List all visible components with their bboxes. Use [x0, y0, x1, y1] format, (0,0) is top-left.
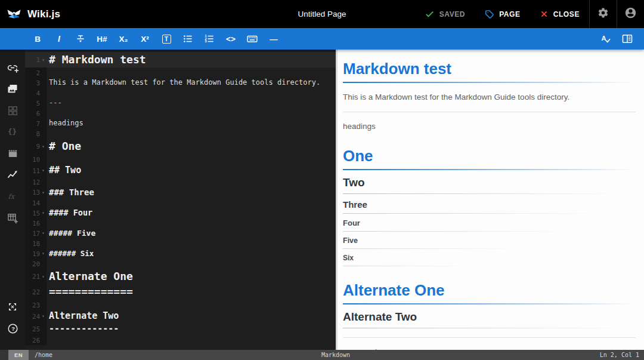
inline-code-button[interactable]: <> [220, 28, 242, 50]
bold-icon: B [35, 35, 41, 44]
close-button[interactable]: CLOSE [530, 0, 589, 28]
strikethrough-button[interactable] [70, 28, 91, 50]
insert-diagram-button[interactable] [0, 165, 25, 187]
editor-line[interactable]: 22============= [25, 284, 336, 300]
fold-arrow-icon[interactable]: ▾ [40, 313, 47, 319]
line-number: 7 [36, 120, 40, 127]
fold-arrow-icon[interactable]: ▾ [40, 230, 47, 236]
bold-button[interactable]: B [27, 28, 48, 50]
fullscreen-button[interactable] [0, 297, 25, 319]
spellcheck-button[interactable]: A [595, 28, 617, 50]
spellcheck-icon: A [600, 33, 612, 45]
insert-link-button[interactable] [0, 58, 25, 79]
fold-arrow-icon[interactable]: ▾ [40, 251, 47, 256]
editor-line[interactable]: 4 [25, 88, 336, 98]
preview-h4: Four [343, 218, 636, 232]
editor-gutter: 20 [25, 260, 47, 267]
fold-arrow-icon[interactable]: ▾ [40, 144, 47, 149]
fold-arrow-icon[interactable]: ▾ [40, 57, 47, 63]
editor-gutter: 5 [25, 100, 47, 107]
locale-selector[interactable]: EN [8, 350, 29, 360]
insert-video-icon [7, 148, 18, 162]
editor-line[interactable]: 26 [25, 335, 336, 345]
subscript-button[interactable]: X₂ [113, 28, 134, 50]
help-button[interactable]: ? [0, 319, 25, 340]
preview-pane[interactable]: Markdown testThis is a Markdown test for… [336, 50, 644, 350]
editor-line[interactable]: 7headings [25, 118, 336, 128]
page-properties-button[interactable]: PAGE [475, 0, 530, 28]
insert-video-button[interactable] [0, 144, 25, 165]
book-open-button[interactable] [617, 28, 638, 50]
editor-code-text: This is a Markdown test for the Markdown… [47, 78, 320, 88]
editor-code-text [47, 335, 53, 345]
editor-line[interactable]: 16 [25, 218, 336, 228]
editor-code-text: # Markdown test [47, 52, 146, 67]
preview-h2: Two [343, 176, 636, 194]
editor-code-text [47, 238, 53, 248]
fold-arrow-icon[interactable]: ▾ [40, 190, 47, 195]
close-x-icon [540, 10, 549, 19]
markdown-editor-pane[interactable]: 1▾# Markdown test2 3This is a Markdown t… [25, 50, 336, 350]
preview-p: headings [343, 121, 636, 132]
editor-line[interactable]: 25------------- [25, 322, 336, 335]
editor-code-text: ------------- [47, 322, 119, 335]
settings-button[interactable] [590, 0, 617, 28]
editor-line[interactable]: 8 [25, 128, 336, 139]
save-button[interactable]: SAVED [415, 0, 475, 28]
editor-gutter: 4 [25, 90, 47, 97]
editor-line[interactable]: 1▾# Markdown test [25, 52, 336, 67]
editor-code-text: # One [47, 139, 81, 154]
line-number: 21 [32, 273, 40, 280]
bullet-list-icon [182, 33, 193, 44]
editor-line[interactable]: 15▾#### Four [25, 208, 336, 218]
line-number: 19 [32, 250, 40, 257]
keyboard-button[interactable] [242, 28, 263, 50]
editor-line[interactable]: 13▾### Three [25, 187, 336, 198]
header-button[interactable]: H# [91, 28, 113, 50]
account-button[interactable] [617, 0, 644, 28]
superscript-button[interactable]: X² [134, 28, 156, 50]
editor-line[interactable]: 24▾Alternate Two [25, 310, 336, 322]
editor-gutter: 12 [25, 179, 47, 186]
editor-line[interactable]: 23 [25, 300, 336, 310]
editor-line[interactable]: 2 [25, 67, 336, 78]
insert-table-icon [7, 212, 18, 226]
editor-code-text: Alternate Two [47, 310, 119, 322]
editor-gutter: 19▾ [25, 250, 47, 257]
horizontal-rule-icon: — [270, 35, 278, 44]
svg-text:3: 3 [205, 39, 207, 43]
editor-line[interactable]: 10 [25, 154, 336, 164]
horizontal-rule-button[interactable]: — [263, 28, 284, 50]
insert-code-block-button[interactable]: {} [0, 122, 25, 144]
editor-line[interactable]: 21▾Alternate One [25, 269, 336, 284]
editor-line[interactable]: 5--- [25, 98, 336, 108]
bullet-list-button[interactable] [177, 28, 199, 50]
line-number: 3 [36, 79, 40, 87]
math-function-button[interactable]: fx [0, 187, 25, 208]
line-number: 23 [32, 301, 40, 309]
editor-line[interactable]: 19▾###### Six [25, 248, 336, 259]
ordered-list-button[interactable]: 123 [199, 28, 220, 50]
editor-line[interactable]: 11▾## Two [25, 164, 336, 177]
editor-line[interactable]: 18 [25, 238, 336, 248]
editor-line[interactable]: 6 [25, 108, 336, 118]
fold-arrow-icon[interactable]: ▾ [40, 168, 47, 173]
editor-gutter: 26 [25, 337, 47, 344]
editor-gutter: 1▾ [25, 56, 47, 63]
textbox-button[interactable]: T [156, 28, 177, 50]
editor-line[interactable]: 12 [25, 177, 336, 187]
editor-line[interactable]: 17▾##### Five [25, 228, 336, 238]
italic-button[interactable]: I [48, 28, 70, 50]
editor-line[interactable]: 3This is a Markdown test for the Markdow… [25, 78, 336, 88]
editor-line[interactable]: 14 [25, 198, 336, 208]
fold-arrow-icon[interactable]: ▾ [40, 210, 47, 216]
inline-code-icon: <> [226, 34, 236, 44]
editor-line[interactable]: 20 [25, 259, 336, 269]
fold-arrow-icon[interactable]: ▾ [40, 274, 47, 279]
insert-table-button[interactable] [0, 208, 25, 230]
insert-media-button[interactable] [0, 79, 25, 101]
editor-line[interactable]: 9▾# One [25, 139, 336, 154]
insert-block-button[interactable] [0, 101, 25, 122]
preview-p: This is a Markdown test for the Markdown… [343, 92, 636, 103]
editor-gutter: 17▾ [25, 230, 47, 237]
